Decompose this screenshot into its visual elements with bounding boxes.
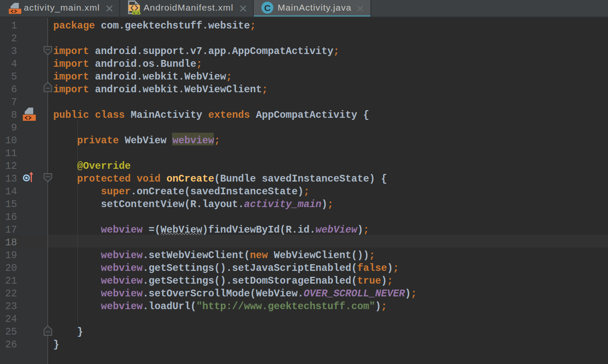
svg-text:C: C: [264, 3, 270, 13]
